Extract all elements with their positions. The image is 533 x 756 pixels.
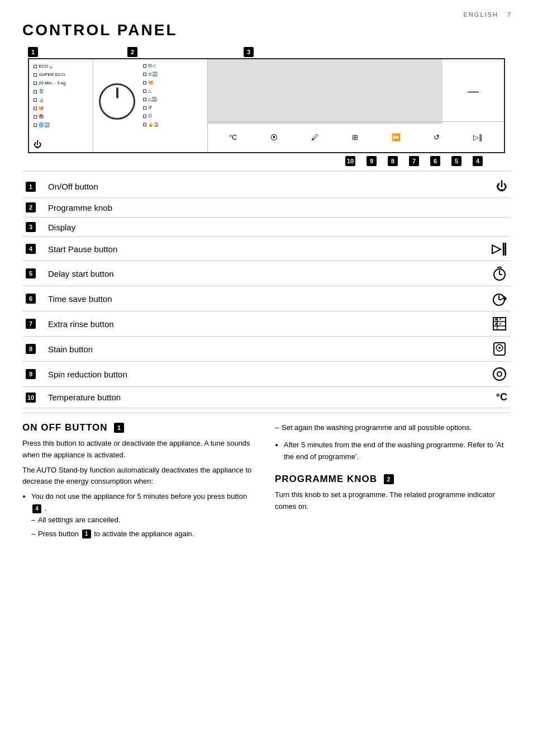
row-badge-2: 2: [26, 202, 36, 212]
right-bullet-1: After 5 minutes from the end of the wash…: [284, 440, 511, 463]
diagram-wrapper: 1 2 3 ECO🍃 SUPER ECO 20 Min. - 3 kg 🎽 🔬 …: [22, 47, 511, 166]
diag-num-3: 3: [244, 47, 254, 57]
on-off-body: Press this button to activate or deactiv…: [22, 438, 258, 540]
table-row-6: 6 Time save button: [22, 286, 511, 311]
diag-num-6: 6: [430, 156, 440, 166]
row-icon-8: [477, 337, 511, 362]
on-off-heading: ON OFF BUTTON 1: [22, 422, 258, 433]
table-row-8: 8 Stain button: [22, 337, 511, 362]
panel-diagram: ECO🍃 SUPER ECO 20 Min. - 3 kg 🎽 🔬 🧺 📚 🌀🔤…: [28, 58, 505, 153]
programme-knob-badge: 2: [384, 474, 394, 484]
row-badge-4: 4: [26, 244, 36, 254]
panel-display-area: [208, 59, 442, 124]
row-label-10: Temperature button: [45, 387, 477, 408]
programme-knob-body: Turn this knob to set a programme. The r…: [275, 489, 511, 513]
table-row-9: 9 Spin reduction button: [22, 362, 511, 387]
row-badge-7: 7: [26, 319, 36, 329]
stain-icon: [492, 341, 507, 357]
spin-reduction-icon: [492, 366, 507, 382]
ctrl-icon5: ⏩: [392, 133, 401, 141]
panel-start-btn: —: [468, 85, 479, 98]
dash-1: All settings are cancelled.: [31, 514, 258, 526]
panel-bottom-controls: °C ⦿ 🖊 ⊞ ⏩ ↺ ▷‖: [208, 121, 504, 152]
row-badge-6: 6: [26, 294, 36, 304]
row-label-9: Spin reduction button: [45, 362, 477, 387]
row-icon-9: [477, 362, 511, 387]
ctrl-icon6: ↺: [434, 133, 440, 141]
ctrl-icon2: ⦿: [270, 133, 278, 141]
table-row-2: 2 Programme knob: [22, 198, 511, 218]
on-off-bullet-1: You do not use the appliance for 5 minut…: [31, 491, 258, 540]
inline-badge-4: 4: [32, 504, 41, 513]
diag-num-5: 5: [451, 156, 461, 166]
on-off-section: ON OFF BUTTON 1 Press this button to act…: [22, 422, 258, 543]
table-row-3: 3 Display: [22, 218, 511, 237]
svg-point-9: [497, 372, 502, 376]
panel-knob-section: [93, 68, 141, 135]
table-row-7: 7 Extra rinse button: [22, 311, 511, 337]
diag-num-8: 8: [388, 156, 398, 166]
time-save-icon: [492, 291, 507, 306]
row-badge-5: 5: [26, 268, 36, 278]
on-off-badge: 1: [114, 423, 124, 433]
dash-2: Press button 1 to activate the appliance…: [31, 528, 258, 540]
right-bullets: After 5 minutes from the end of the wash…: [284, 440, 511, 463]
row-icon-10: °C: [477, 387, 511, 408]
header-row: ENGLISH 7: [22, 11, 511, 18]
row-label-7: Extra rinse button: [45, 311, 477, 337]
row-icon-1: ⏻: [477, 176, 511, 198]
diag-num-4: 4: [473, 156, 483, 166]
panel-right-buttons: —: [442, 59, 504, 124]
programme-knob-title: PROGRAMME KNOB: [275, 474, 377, 485]
on-off-title: ON OFF BUTTON: [22, 422, 107, 433]
row-label-6: Time save button: [45, 286, 477, 311]
row-badge-1: 1: [26, 182, 36, 192]
row-label-3: Display: [45, 218, 477, 237]
ctrl-icon3: 🖊: [311, 133, 318, 141]
page-title: CONTROL PANEL: [22, 21, 511, 39]
table-row-1: 1 On/Off button ⏻: [22, 176, 511, 198]
row-icon-4: ▷‖: [477, 237, 511, 261]
inline-badge-1: 1: [82, 530, 91, 538]
on-off-para-1: Press this button to activate or deactiv…: [22, 438, 258, 461]
row-icon-3: [477, 218, 511, 237]
row-icon-7: [477, 311, 511, 337]
row-label-8: Stain button: [45, 337, 477, 362]
ctrl-icon4: ⊞: [352, 133, 358, 141]
on-off-bullets: You do not use the appliance for 5 minut…: [31, 491, 258, 540]
row-badge-10: 10: [26, 393, 36, 403]
language-label: ENGLISH: [464, 11, 498, 18]
svg-point-7: [498, 347, 501, 349]
ctrl-start-icon: ▷‖: [473, 133, 483, 141]
panel-options-section: ⊡◁ ⊙🔤 🧺 △ △🔤 ↺ ∅ 🔒🏠: [141, 59, 208, 152]
diag-num-9: 9: [367, 156, 377, 166]
right-col: Set again the washing programme and all …: [275, 422, 511, 543]
on-off-para-2: The AUTO Stand-by function automatically…: [22, 465, 258, 488]
row-label-2: Programme knob: [45, 198, 477, 218]
row-icon-2: [477, 198, 511, 218]
delay-start-icon: [492, 266, 507, 281]
programme-knob-para: Turn this knob to set a programme. The r…: [275, 489, 511, 513]
right-col-body: Set again the washing programme and all …: [275, 422, 511, 462]
row-icon-5: [477, 261, 511, 286]
panel-left-section: ECO🍃 SUPER ECO 20 Min. - 3 kg 🎽 🔬 🧺 📚 🌀🔤…: [29, 59, 93, 152]
text-sections: ON OFF BUTTON 1 Press this button to act…: [22, 422, 511, 543]
row-badge-9: 9: [26, 369, 36, 379]
diag-num-7: 7: [409, 156, 419, 166]
diag-num-1: 1: [28, 47, 38, 57]
row-label-5: Delay start button: [45, 261, 477, 286]
table-row-4: 4 Start Pause button ▷‖: [22, 237, 511, 261]
table-row-10: 10 Temperature button °C: [22, 387, 511, 408]
row-badge-3: 3: [26, 222, 36, 232]
page-number: 7: [507, 11, 511, 18]
table-row-5: 5 Delay start button: [22, 261, 511, 286]
row-icon-6: [477, 286, 511, 311]
extra-rinse-icon: [492, 316, 507, 332]
ctrl-temp-icon: °C: [229, 133, 237, 141]
programme-knob-section: PROGRAMME KNOB 2 Turn this knob to set a…: [275, 474, 511, 513]
row-label-4: Start Pause button: [45, 237, 477, 261]
programme-knob-heading: PROGRAMME KNOB 2: [275, 474, 511, 485]
row-label-1: On/Off button: [45, 176, 477, 198]
control-table: 1 On/Off button ⏻ 2 Programme knob 3 Dis…: [22, 176, 511, 408]
row-badge-8: 8: [26, 344, 36, 354]
